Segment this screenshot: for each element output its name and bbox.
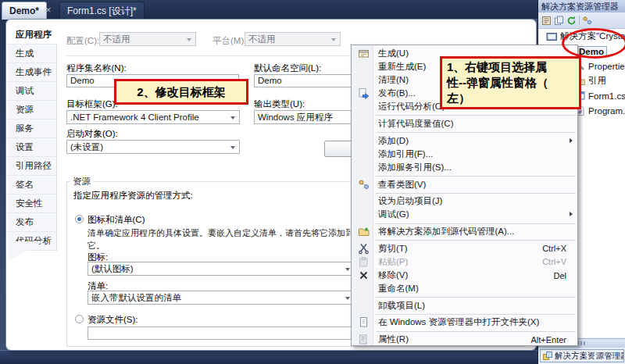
toolbar-divider xyxy=(579,16,580,25)
menu-item-properties[interactable]: 属性(R) Alt+Enter xyxy=(352,333,577,346)
menu-item-paste[interactable]: 粘贴(P) Ctrl+V xyxy=(352,255,577,269)
menu-item-remove[interactable]: 移除(V) Del xyxy=(352,269,577,282)
solution-icon xyxy=(546,30,558,42)
tab-debug[interactable]: 调试 xyxy=(8,82,56,101)
tab-services[interactable]: 服务 xyxy=(8,120,56,138)
annotation-change-target-framework: 2、修改目标框架 xyxy=(114,79,248,105)
tree-item-label: 引用 xyxy=(588,75,606,87)
menu-item-set-as-startup-project[interactable]: 设为启动项目(J) xyxy=(352,194,577,208)
tree-item-label: Properties xyxy=(588,62,625,71)
paste-icon xyxy=(352,256,375,268)
submenu-arrow-icon xyxy=(570,212,573,216)
icon-and-manifest-label: 图标和清单(C) xyxy=(88,214,145,226)
tab-build-events[interactable]: 生成事件 xyxy=(8,63,56,82)
menu-item-open-folder-in-explorer[interactable]: 在 Windows 资源管理器中打开文件夹(X) xyxy=(352,316,577,329)
bottom-strip xyxy=(0,350,625,364)
target-framework-dropdown[interactable]: .NET Framework 4 Client Profile xyxy=(66,110,240,124)
menu-item-view-class-diagram[interactable]: 查看类图(V) xyxy=(352,178,577,191)
startup-object-dropdown[interactable]: (未设置) xyxy=(66,140,240,154)
menu-item-add-service-reference[interactable]: 添加服务引用(S)... xyxy=(352,161,577,174)
menu-item-rename[interactable]: 重命名(M) xyxy=(352,282,577,295)
source-control-icon xyxy=(352,226,375,237)
assembly-name-label: 程序集名称(N): xyxy=(66,62,127,74)
resources-group-title: 资源 xyxy=(70,176,93,187)
annotation-ellipse-demo xyxy=(562,28,625,59)
solution-explorer-icon xyxy=(543,352,552,361)
document-tab-bar: Demo* × Form1.cs [设计]* xyxy=(0,0,538,19)
close-icon[interactable]: × xyxy=(45,2,52,18)
submenu-arrow-icon xyxy=(570,138,573,143)
solution-explorer-title: 解决方案资源管理器 xyxy=(538,0,625,12)
tab-security[interactable]: 安全性 xyxy=(8,194,56,213)
show-all-files-icon[interactable] xyxy=(554,16,564,26)
tab-signing[interactable]: 签名 xyxy=(8,176,56,194)
tab-demo-properties[interactable]: Demo* xyxy=(2,2,47,20)
remove-icon xyxy=(352,269,375,281)
menu-item-code-metrics[interactable]: 计算代码度量值(C) xyxy=(352,117,577,130)
view-class-diagram-icon[interactable] xyxy=(582,16,592,26)
menu-item-unload-project[interactable]: 卸载项目(L) xyxy=(352,299,577,312)
property-page-tab-list: 应用程序 生成 生成事件 调试 资源 服务 设置 引用路径 签名 安全性 发布 … xyxy=(8,26,57,251)
build-icon xyxy=(352,48,375,59)
menu-item-add-solution-to-source-control[interactable]: 将解决方案添加到源代码管理(A)... xyxy=(352,225,577,238)
manifest-dropdown[interactable]: 嵌入带默认设置的清单 xyxy=(88,291,355,305)
class-diagram-icon xyxy=(352,179,375,191)
menu-item-add[interactable]: 添加(D) xyxy=(352,134,577,148)
platform-label: 平台(M): xyxy=(212,35,246,47)
default-namespace-label: 默认命名空间(L): xyxy=(254,62,321,74)
tab-resources[interactable]: 资源 xyxy=(8,101,56,120)
configuration-dropdown[interactable]: 不适用 xyxy=(99,32,196,46)
tree-item-label: Program.c xyxy=(588,106,625,116)
resources-description: 指定应用程序资源的管理方式: xyxy=(73,190,193,202)
refresh-icon[interactable] xyxy=(566,16,577,26)
resource-file-label: 资源文件(S): xyxy=(88,314,138,326)
cut-icon xyxy=(352,243,375,255)
icon-and-manifest-radio[interactable] xyxy=(75,215,84,223)
tab-settings[interactable]: 设置 xyxy=(8,138,56,157)
annotation-right-click-properties: 1、右键项目选择属 性--弹窗属性窗格（ 左） xyxy=(440,56,581,109)
tree-item-label: Form1.cs xyxy=(588,91,625,101)
vs2010-window: Demo* × Form1.cs [设计]* 应用程序 生成 生成事件 调试 资… xyxy=(0,0,625,364)
tab-form1-designer[interactable]: Form1.cs [设计]* xyxy=(59,2,145,20)
solution-explorer-bottom-tab[interactable]: 解决方案资源管理器 xyxy=(540,349,624,362)
output-type-label: 输出类型(U): xyxy=(254,98,305,110)
configuration-label: 配置(C): xyxy=(66,35,99,47)
tab-publish[interactable]: 发布 xyxy=(8,213,56,232)
platform-dropdown[interactable]: 不适用 xyxy=(245,32,341,46)
properties-toolbar-icon[interactable] xyxy=(541,16,552,26)
menu-item-debug[interactable]: 调试(G) xyxy=(352,208,577,221)
icon-dropdown[interactable]: (默认图标) xyxy=(88,262,355,276)
properties-icon xyxy=(352,334,375,345)
publish-icon xyxy=(352,87,375,99)
startup-object-label: 启动对象(O): xyxy=(66,128,118,140)
tab-build[interactable]: 生成 xyxy=(8,45,56,63)
tab-list-foot xyxy=(8,241,44,262)
solution-explorer-toolbar xyxy=(538,12,625,29)
resource-file-input[interactable] xyxy=(88,327,355,340)
resource-file-radio[interactable] xyxy=(75,315,84,323)
bottom-tab-label: 解决方案资源管理器 xyxy=(555,351,624,362)
tab-reference-paths[interactable]: 引用路径 xyxy=(8,157,56,176)
menu-item-cut[interactable]: 剪切(T) Ctrl+X xyxy=(352,242,577,255)
target-framework-label: 目标框架(G): xyxy=(66,98,118,110)
tab-application[interactable]: 应用程序 xyxy=(8,26,57,45)
open-folder-icon xyxy=(352,316,375,328)
menu-item-add-reference[interactable]: 添加引用(F)... xyxy=(352,148,577,161)
